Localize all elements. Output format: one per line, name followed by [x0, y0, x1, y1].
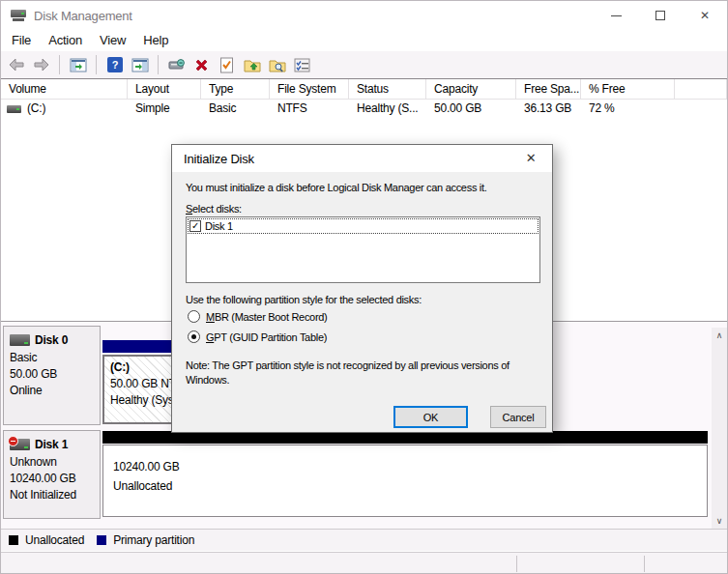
- col-type[interactable]: Type: [201, 79, 270, 99]
- open-icon[interactable]: [243, 56, 261, 74]
- gpt-radio[interactable]: [188, 330, 200, 343]
- layout-cell: Simple: [128, 100, 201, 118]
- ok-button[interactable]: OK: [393, 406, 468, 428]
- back-icon[interactable]: [7, 56, 25, 74]
- pct-free-cell: 72 %: [581, 100, 675, 118]
- toolbar-separator: [59, 55, 60, 74]
- capacity-cell: 50.00 GB: [426, 100, 516, 118]
- properties-icon[interactable]: [218, 56, 236, 74]
- col-volume[interactable]: Volume: [1, 79, 128, 99]
- table-row[interactable]: (C:) Simple Basic NTFS Healthy (S... 50.…: [1, 100, 727, 118]
- col-capacity[interactable]: Capacity: [426, 79, 516, 99]
- gpt-label: GPT (GUID Partition Table): [206, 331, 327, 343]
- disk0-type: Basic: [10, 350, 94, 366]
- disk1-name: Disk 1: [35, 438, 68, 451]
- mbr-accel: M: [206, 311, 215, 323]
- mbr-rest: BR (Master Boot Record): [215, 311, 328, 323]
- error-badge-icon: [8, 436, 18, 446]
- unallocated-label: Unallocated: [113, 476, 707, 496]
- task-list-icon[interactable]: [293, 56, 311, 74]
- menu-help[interactable]: Help: [134, 30, 177, 51]
- window-controls: ✕: [594, 1, 727, 30]
- rescan-disks-icon[interactable]: [167, 56, 186, 74]
- disk-listbox[interactable]: ✓ Disk 1: [186, 216, 540, 283]
- disk1-list-item[interactable]: ✓ Disk 1: [188, 218, 539, 234]
- help-icon[interactable]: ?: [105, 56, 124, 74]
- type-cell: Basic: [201, 100, 270, 118]
- mbr-label: MBR (Master Boot Record): [206, 311, 327, 323]
- disk1-type: Unknown: [10, 454, 94, 471]
- title-bar: Disk Management ✕: [1, 1, 727, 30]
- app-icon: [11, 10, 26, 21]
- primary-partition-swatch: [97, 535, 106, 545]
- unallocated-legend-label: Unallocated: [25, 533, 84, 547]
- maximize-button[interactable]: [638, 1, 683, 30]
- file-system-cell: NTFS: [270, 100, 349, 118]
- dialog-title-bar: Initialize Disk ✕: [172, 145, 552, 172]
- volume-cell: (C:): [1, 100, 128, 118]
- minimize-button[interactable]: [594, 1, 638, 30]
- volume-name: (C:): [27, 100, 45, 118]
- col-layout[interactable]: Layout: [128, 79, 201, 99]
- toolbar: ?: [1, 51, 727, 79]
- disk0-size: 50.00 GB: [10, 366, 94, 383]
- scroll-down-icon[interactable]: ∨: [712, 513, 727, 529]
- maximize-icon: [655, 11, 665, 20]
- select-disks-rest: elect disks:: [192, 203, 242, 215]
- cancel-button[interactable]: Cancel: [490, 406, 546, 428]
- window-title: Disk Management: [34, 9, 132, 23]
- close-button[interactable]: ✕: [683, 1, 727, 30]
- partition-style-label: Use the following partition style for th…: [186, 294, 422, 305]
- menu-file[interactable]: File: [3, 30, 40, 51]
- disk0-name: Disk 0: [35, 333, 68, 347]
- explore-icon[interactable]: [268, 56, 286, 74]
- initialize-disk-dialog: Initialize Disk ✕ You must initialize a …: [171, 144, 553, 433]
- select-disks-accel: S: [186, 203, 192, 215]
- col-filler: [675, 79, 727, 99]
- disk-management-window: Disk Management ✕ File Action View Help …: [0, 0, 728, 574]
- dialog-close-icon[interactable]: ✕: [521, 151, 540, 165]
- unallocated-swatch: [9, 535, 18, 545]
- col-status[interactable]: Status: [349, 79, 426, 99]
- dialog-title: Initialize Disk: [184, 152, 254, 166]
- show-console-tree-icon[interactable]: [69, 56, 87, 74]
- help-glyph: ?: [111, 59, 118, 71]
- menu-action[interactable]: Action: [40, 30, 91, 51]
- disk1-unallocated-block[interactable]: 10240.00 GB Unallocated: [102, 445, 708, 517]
- unallocated-size: 10240.00 GB: [113, 457, 707, 476]
- note-line2: Windows.: [186, 373, 548, 387]
- disk1-item-label: Disk 1: [205, 220, 233, 232]
- status-bar-divider: [644, 556, 645, 572]
- col-file-system[interactable]: File System: [270, 79, 349, 99]
- disk1-panel[interactable]: Disk 1 Unknown 10240.00 GB Not Initializ…: [3, 430, 101, 519]
- gpt-note-text: Note: The GPT partition style is not rec…: [186, 359, 548, 387]
- mbr-radio[interactable]: [188, 310, 200, 323]
- disk0-status: Online: [10, 383, 94, 399]
- disk1-size: 10240.00 GB: [10, 471, 94, 487]
- disk0-panel[interactable]: Disk 0 Basic 50.00 GB Online: [3, 326, 101, 425]
- menu-bar: File Action View Help: [1, 30, 727, 51]
- gpt-rest: PT (GUID Partition Table): [214, 331, 327, 343]
- col-pct-free[interactable]: % Free: [581, 79, 675, 99]
- delete-volume-icon[interactable]: [192, 56, 211, 74]
- free-space-cell: 36.13 GB: [516, 100, 581, 118]
- scroll-up-icon[interactable]: ∧: [712, 328, 727, 343]
- disk1-status: Not Initialized: [10, 487, 94, 503]
- col-free-space[interactable]: Free Spa...: [516, 79, 581, 99]
- volume-icon: [7, 105, 21, 113]
- disk1-checkbox[interactable]: ✓: [189, 220, 201, 232]
- forward-icon[interactable]: [32, 56, 50, 74]
- toolbar-separator: [96, 55, 97, 74]
- gpt-radio-row[interactable]: GPT (GUID Partition Table): [188, 330, 327, 343]
- mbr-radio-row[interactable]: MBR (Master Boot Record): [188, 310, 327, 323]
- close-icon: ✕: [700, 9, 710, 22]
- toolbar-separator: [158, 55, 159, 74]
- status-bar-divider: [516, 556, 517, 572]
- show-action-pane-icon[interactable]: [131, 56, 149, 74]
- disk1-icon: [10, 439, 30, 450]
- legend-bar: Unallocated Primary partition: [1, 529, 727, 551]
- note-line1: Note: The GPT partition style is not rec…: [186, 359, 548, 373]
- menu-view[interactable]: View: [91, 30, 134, 51]
- filler-cell: [675, 100, 727, 118]
- vertical-scrollbar[interactable]: ∧ ∨: [712, 328, 727, 529]
